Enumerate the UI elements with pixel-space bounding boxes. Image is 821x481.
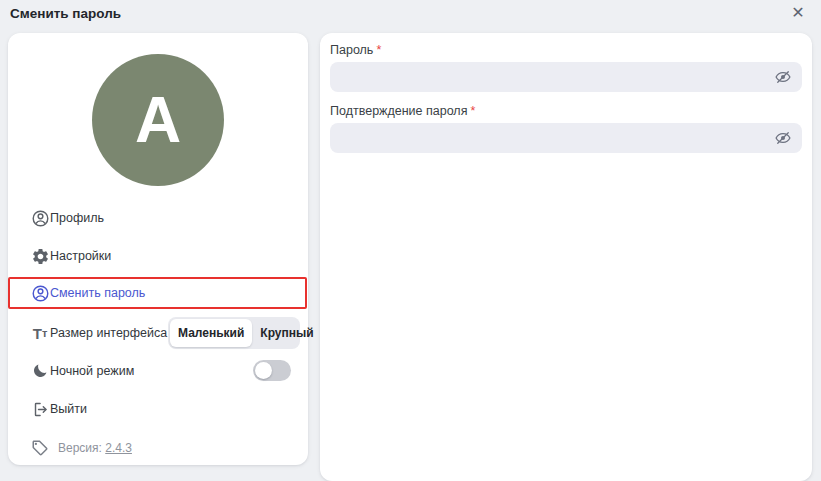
sidebar-item-profile[interactable]: Профиль — [8, 202, 308, 234]
required-asterisk: * — [470, 104, 475, 118]
avatar-letter: A — [135, 83, 181, 157]
password-label: Пароль* — [330, 43, 381, 57]
moon-icon — [30, 361, 50, 381]
account-circle-icon — [30, 208, 50, 228]
logout-icon — [30, 399, 50, 419]
tag-icon — [30, 438, 50, 458]
sidebar-item-logout[interactable]: Выйти — [8, 393, 308, 425]
sidebar-item-night-mode: Ночной режим — [8, 355, 308, 387]
version-label: Версия: — [58, 441, 102, 455]
sidebar-item-label: Настройки — [50, 249, 111, 263]
page-title: Сменить пароль — [10, 6, 121, 21]
account-circle-icon — [30, 283, 50, 303]
sidebar-item-label: Профиль — [50, 211, 104, 225]
password-input[interactable] — [330, 62, 762, 92]
version-row: Версия: 2.4.3 — [8, 432, 308, 464]
sidebar-item-settings[interactable]: Настройки — [8, 240, 308, 272]
sidebar-item-label: Выйти — [50, 402, 87, 416]
sidebar-item-label: Сменить пароль — [50, 286, 145, 300]
sidebar-item-interface-size: Тт Размер интерфейса Маленький Крупный — [8, 317, 308, 349]
size-option-large[interactable]: Крупный — [252, 319, 321, 347]
sidebar-item-change-password[interactable]: Сменить пароль — [8, 277, 308, 309]
password-confirm-field — [330, 123, 802, 153]
eye-off-icon[interactable] — [772, 66, 794, 88]
interface-size-switch: Маленький Крупный — [168, 317, 300, 349]
required-asterisk: * — [376, 43, 381, 57]
eye-off-icon[interactable] — [772, 127, 794, 149]
close-icon[interactable]: ✕ — [788, 3, 808, 23]
text-size-icon: Тт — [30, 323, 50, 343]
sidebar-item-label: Ночной режим — [50, 364, 134, 378]
gear-icon — [30, 246, 50, 266]
password-field — [330, 62, 802, 92]
profile-sidebar: A Профиль Настройки Сменить пароль Тт Ра… — [8, 33, 308, 465]
sidebar-item-label: Размер интерфейса — [50, 326, 167, 340]
version-link[interactable]: 2.4.3 — [105, 441, 132, 455]
password-confirm-input[interactable] — [330, 123, 762, 153]
size-option-small[interactable]: Маленький — [170, 319, 252, 347]
change-password-panel: Пароль* Подтверждение пароля* — [320, 33, 812, 481]
toggle-knob — [255, 362, 272, 379]
password-confirm-label: Подтверждение пароля* — [330, 104, 475, 118]
avatar: A — [92, 54, 224, 186]
version-text: Версия: 2.4.3 — [58, 441, 132, 455]
night-mode-toggle[interactable] — [253, 360, 291, 381]
